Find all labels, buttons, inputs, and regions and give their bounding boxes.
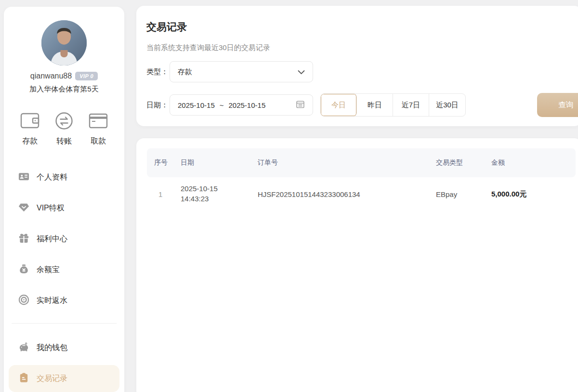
table-row: 1 2025-10-15 14:43:23 HJSF20251015144323… [147, 181, 576, 208]
page-subtitle: 当前系统支持查询最近30日的交易记录 [146, 43, 270, 52]
date-label: 日期： [146, 101, 170, 110]
join-days-text: 加入华体会体育第5天 [4, 85, 124, 94]
sidebar-item-my-wallet[interactable]: 我的钱包 [4, 332, 124, 363]
sidebar: qianwanu88 VIP 0 加入华体会体育第5天 存款 [4, 7, 124, 392]
search-button[interactable]: 查询 [537, 93, 578, 117]
range-yesterday-button[interactable]: 昨日 [357, 94, 393, 116]
sidebar-item-profile[interactable]: 个人资料 [4, 162, 124, 193]
column-header-index: 序号 [154, 158, 181, 167]
records-table-panel: 序号 日期 订单号 交易类型 金额 1 2025-10-15 14:43:23 … [136, 138, 578, 392]
type-select[interactable]: 存款 [170, 61, 313, 82]
sidebar-item-yuebao[interactable]: 余额宝 [4, 254, 124, 285]
sidebar-item-label: 福利中心 [37, 234, 67, 244]
row-time: 14:43:23 [181, 195, 209, 203]
vip-level-badge: VIP 0 [75, 72, 98, 80]
page-title: 交易记录 [146, 20, 187, 34]
sidebar-item-rebate[interactable]: 实时返水 [4, 285, 124, 316]
money-bag-icon [18, 263, 29, 276]
sidebar-menu: 个人资料 VIP特权 福利中心 [4, 162, 124, 316]
deposit-button[interactable]: 存款 [16, 112, 43, 146]
quick-action-label: 取款 [91, 136, 106, 146]
quick-action-label: 存款 [22, 136, 38, 146]
sidebar-item-label: 实时返水 [37, 296, 67, 306]
date-separator: ~ [220, 101, 224, 109]
column-header-date: 日期 [181, 158, 258, 167]
bank-card-icon [89, 112, 108, 132]
row-transaction-type: EBpay [436, 190, 491, 198]
profile-section: qianwanu88 VIP 0 加入华体会体育第5天 [4, 20, 124, 94]
wallet-icon [20, 112, 39, 132]
sidebar-item-label: 交易记录 [37, 374, 67, 384]
row-amount: 5,000.00元 [491, 190, 576, 199]
sidebar-item-label: VIP特权 [37, 203, 65, 213]
transfer-button[interactable]: 转账 [51, 112, 78, 146]
rebate-coin-icon [18, 294, 29, 307]
table-header-row: 序号 日期 订单号 交易类型 金额 [147, 148, 576, 177]
quick-range-group: 今日 昨日 近7日 近30日 [320, 93, 466, 117]
username: qianwanu88 [30, 72, 72, 80]
range-7days-button[interactable]: 近7日 [393, 94, 429, 116]
range-today-button[interactable]: 今日 [321, 94, 357, 116]
sidebar-divider [12, 323, 117, 324]
transfer-icon [54, 112, 74, 132]
transaction-record-icon [18, 372, 29, 385]
column-header-type: 交易类型 [436, 158, 491, 167]
column-header-order-no: 订单号 [258, 158, 436, 167]
date-range-input[interactable]: 2025-10-15 ~ 2025-10-15 [170, 94, 313, 116]
sidebar-wallet-menu: 我的钱包 交易记录 [4, 332, 124, 392]
sidebar-item-label: 我的钱包 [37, 343, 67, 353]
date-end-value: 2025-10-15 [229, 101, 266, 109]
type-filter-row: 类型： 存款 [146, 61, 313, 82]
row-order-no: HJSF202510151443233006134 [258, 190, 436, 198]
id-card-icon [18, 171, 29, 184]
filter-panel: 交易记录 当前系统支持查询最近30日的交易记录 类型： 存款 日期： 2025-… [136, 6, 578, 126]
withdraw-button[interactable]: 取款 [85, 112, 112, 146]
gift-icon [18, 233, 29, 246]
avatar[interactable] [41, 20, 87, 65]
sidebar-item-vip[interactable]: VIP特权 [4, 193, 124, 223]
calendar-icon [296, 100, 305, 110]
sidebar-item-transaction-records[interactable]: 交易记录 [9, 365, 119, 392]
row-date: 2025-10-15 [181, 184, 218, 193]
transaction-records-page: { "colors": { "accent": "#c9a87e", "acce… [0, 0, 578, 392]
type-label: 类型： [146, 67, 170, 77]
row-datetime: 2025-10-15 14:43:23 [181, 184, 258, 204]
sidebar-item-label: 个人资料 [37, 172, 67, 183]
avatar-image [41, 20, 87, 65]
sidebar-item-label: 余额宝 [37, 265, 60, 275]
piggy-bank-icon [18, 341, 29, 354]
quick-action-label: 转账 [56, 136, 72, 146]
sidebar-item-benefits[interactable]: 福利中心 [4, 223, 124, 254]
date-filter-row: 日期： 2025-10-15 ~ 2025-10-15 [146, 94, 313, 116]
date-start-value: 2025-10-15 [178, 101, 215, 109]
vip-gem-icon [18, 202, 29, 215]
chevron-down-icon [298, 68, 305, 76]
range-30days-button[interactable]: 近30日 [429, 94, 465, 116]
column-header-amount: 金额 [491, 158, 576, 167]
row-index: 1 [154, 190, 181, 198]
type-select-value: 存款 [178, 67, 298, 77]
quick-actions: 存款 转账 取款 [16, 112, 112, 146]
